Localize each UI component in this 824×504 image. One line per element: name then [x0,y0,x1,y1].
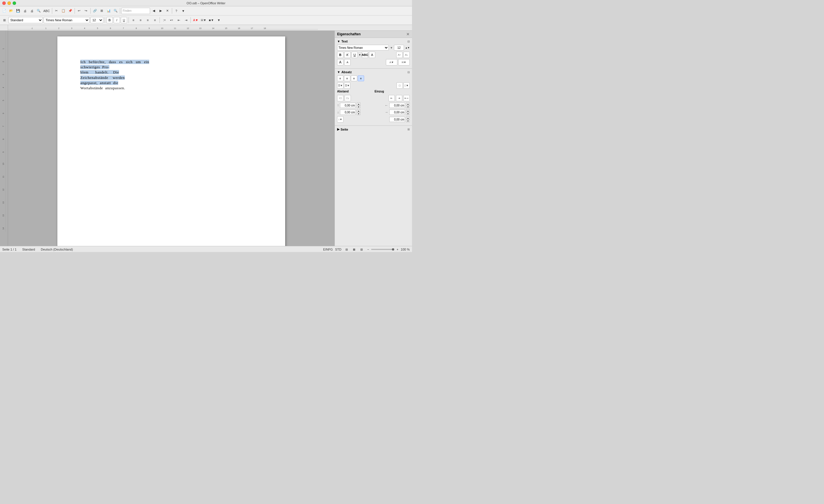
align-center-button[interactable]: ≡ [137,17,144,23]
indent-left-icon[interactable]: ⇤ [389,95,395,101]
indent-hanging-icon[interactable]: ⇤= [403,95,410,101]
new-button[interactable]: 📄 [1,8,7,14]
document-canvas[interactable]: Ich befürchte, dass es sich um ein schwi… [8,31,334,246]
spin-up2[interactable]: ▲ [357,109,360,112]
style-selector[interactable]: Standard [8,17,43,23]
more-button[interactable]: ▼ [180,8,187,14]
panel-font-selector[interactable]: Times New Roman [337,45,389,51]
view-multi-button[interactable]: ▦ [351,246,357,252]
einzug-right-spinner[interactable]: ▲ ▼ [406,109,410,115]
spacing-above-spinner[interactable]: ▲ ▼ [357,102,360,108]
help-button[interactable]: ? [173,8,180,14]
close-button[interactable] [2,1,6,5]
align-left-panel-button[interactable]: ≡ [337,76,343,81]
insert-mode[interactable]: EINFG [323,248,333,251]
zoom-in-icon[interactable]: + [397,248,398,251]
normal-text[interactable]: Wortabstände anzupassen. [80,86,125,90]
border-btn2[interactable]: □▼ [403,82,410,89]
page-content[interactable]: Ich befürchte, dass es sich um ein schwi… [80,60,262,246]
spin-down[interactable]: ▼ [357,105,360,108]
einzug-spin-up[interactable]: ▲ [406,102,410,105]
line-spacing-input[interactable]: 0,00 cm [389,117,405,122]
panel-underline-button[interactable]: U [351,52,358,58]
einzug-spin-down[interactable]: ▼ [406,105,410,108]
redo-button[interactable]: ↪ [83,8,89,14]
align-left-button[interactable]: ≡ [130,17,136,23]
panel-subscript-button[interactable]: A↓ [403,52,410,58]
indent-less-button[interactable]: ⇤ [176,17,182,23]
line-spacing-dropdown[interactable]: ↕▼ [337,116,343,122]
panel-superscript-button[interactable]: A↑ [396,52,403,58]
panel-bold-button[interactable]: B [337,52,343,58]
line-spacing-spinner[interactable]: ▲ ▼ [406,116,410,122]
save-as-button[interactable]: 🖨 [22,8,28,14]
cut-button[interactable]: ✂ [54,8,60,14]
seite-expand-icon[interactable]: ⊞ [407,128,410,131]
spacing-above-input[interactable]: 0,00 cm [340,103,356,108]
highlight-button[interactable]: H▼ [200,17,207,23]
section-expand-icon[interactable]: ⊟ [407,40,410,43]
spacing-below-spinner[interactable]: ▲ ▼ [357,109,360,115]
font-size-selector[interactable]: 12 [90,17,103,23]
align-justify-button[interactable]: ≡ [152,17,158,23]
find-close-button[interactable]: ✕ [165,8,171,14]
underline-button[interactable]: U [121,17,127,23]
find-toolbar-box[interactable]: Finden [121,8,150,14]
highlight-icon[interactable]: H▼ [402,61,406,64]
underline-arrow[interactable]: ▼ [358,54,361,56]
panel-close-button[interactable]: ✕ [406,32,410,36]
text-larger-button[interactable]: A [337,59,343,66]
spin-down2[interactable]: ▼ [357,112,360,115]
print-button[interactable]: 🖨 [29,8,35,14]
minimize-button[interactable] [7,1,11,5]
border-btn[interactable]: □ [397,82,403,89]
font-color-button[interactable]: A▼ [192,17,199,23]
italic-button[interactable]: I [114,17,120,23]
styles-icon[interactable]: ⊞ [1,17,7,23]
list-ordered-button[interactable]: := [161,17,168,23]
window-controls[interactable] [2,1,16,5]
spacing-below-icon[interactable]: □↓ [344,95,351,101]
bg-color-button[interactable]: ■▼ [208,17,215,23]
find-button[interactable]: 🔍 [112,8,119,14]
spellcheck-button[interactable]: ABC [42,8,51,14]
document-text[interactable]: Ich befürchte, dass es sich um ein schwi… [80,60,149,91]
absatz-expand-icon[interactable]: ⊟ [407,71,410,74]
panel-shadow-button[interactable]: A [369,52,375,58]
align-justify-panel-button[interactable]: ≡ [358,76,364,81]
einzug-spin-up2[interactable]: ▲ [406,109,410,112]
indent-more-button[interactable]: ⇥ [183,17,189,23]
find-next-button[interactable]: ▶ [158,8,164,14]
open-button[interactable]: 📂 [8,8,14,14]
size-spinner[interactable]: ▲▼ [405,46,410,49]
absatz-collapse-icon[interactable]: ▼ [337,70,340,74]
view-book-button[interactable]: ▧ [358,246,365,252]
copy-button[interactable]: 📋 [60,8,67,14]
einzug-right-input[interactable]: 0,00 cm [389,110,405,115]
text-color-icon[interactable]: A▼ [390,61,394,64]
find-prev-button[interactable]: ◀ [150,8,157,14]
zoom-slider[interactable] [371,249,394,250]
view-single-button[interactable]: ▤ [344,246,350,252]
paste-button[interactable]: 📌 [67,8,74,14]
maximize-button[interactable] [13,1,16,5]
preview-button[interactable]: 🔍 [35,8,42,14]
font-dropdown-arrow[interactable]: ▼ [390,46,393,49]
list-unordered-button[interactable]: •= [169,17,175,23]
selected-text[interactable]: Ich befürchte, dass es sich um ein schwi… [80,60,149,85]
list-btn2[interactable]: ☰▼ [344,82,350,89]
more2-button[interactable]: ▼ [216,17,222,23]
line-spin-down[interactable]: ▼ [406,119,410,122]
seite-collapse-icon[interactable]: ▶ [337,127,339,131]
align-right-button[interactable]: ≡ [144,17,151,23]
table-button[interactable]: ⊞ [99,8,105,14]
chart-button[interactable]: 📊 [106,8,112,14]
bold-button[interactable]: B [106,17,113,23]
spin-up[interactable]: ▲ [357,102,360,105]
panel-font-size[interactable]: 12 [394,45,404,51]
list-btn1[interactable]: ☰▼ [337,82,343,89]
spacing-above-icon[interactable]: ↑□ [337,95,343,101]
text-smaller-button[interactable]: A [344,59,350,66]
save-button[interactable]: 💾 [15,8,21,14]
zoom-level[interactable]: 100 % [401,248,410,251]
